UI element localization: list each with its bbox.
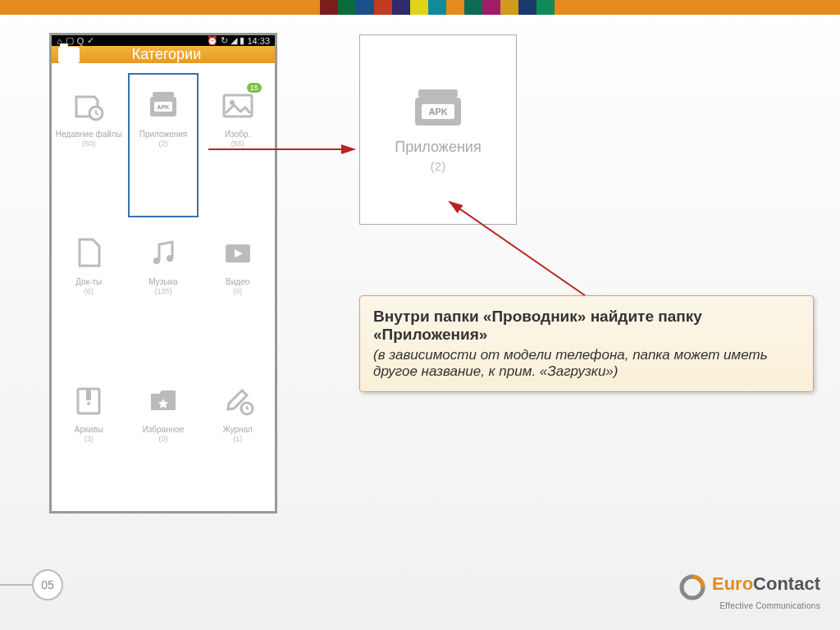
app-bar: Категории [52,46,275,63]
status-bar: ⌂ ▢ Q ✓ ⏰ ↻ ◢ ▮ 14:33 [52,35,275,46]
zoom-label: Приложения [395,139,481,156]
stripe-block [410,0,428,15]
callout-title: Внутри папки «Проводник» найдите папку «… [373,308,800,344]
logo-mark-icon [678,573,706,601]
category-label: Недавние файлы(50) [56,129,122,149]
footer-logo: EuroContact Effective Communications [678,573,820,610]
svg-point-12 [87,402,90,405]
stripe-block [428,0,446,15]
logo-brand-2: Contact [753,573,820,594]
stripe-block [338,0,356,15]
apk-icon: APK [413,86,463,127]
archives-icon [70,383,107,418]
category-images[interactable]: 15Изобр.(55) [200,71,275,219]
stripe-block [446,0,464,15]
category-recent[interactable]: Недавние файлы(50) [52,71,126,219]
category-music[interactable]: Музыка(135) [126,219,201,367]
stripe-block [464,0,482,15]
apps-icon: APK [144,88,182,122]
svg-rect-14 [418,89,458,98]
stripe-block [518,0,536,15]
clock-text: 14:33 [247,36,270,46]
folder-icon [58,47,80,63]
chevron-icon: ✓ [87,35,94,46]
svg-rect-1 [153,92,174,97]
stripe-block [356,0,374,15]
zoom-detail: APK Приложения (2) [359,34,517,225]
category-video[interactable]: Видео(0) [200,219,275,367]
svg-text:APK: APK [158,104,170,110]
category-label: Архивы(3) [75,424,103,445]
stripe-block [500,0,518,15]
video-icon [219,235,257,270]
category-label: Приложения(2) [139,129,188,149]
stripe-block [374,0,392,15]
category-archives[interactable]: Архивы(3) [52,367,126,514]
category-label: Видео(0) [226,276,249,297]
sync-icon: ↻ [221,35,228,46]
log-icon [219,383,257,418]
category-favorites[interactable]: Избранное(0) [126,367,201,514]
category-grid: Недавние файлы(50)APKПриложения(2)15Изоб… [52,63,275,523]
signal-icon: ◢ [231,35,237,46]
phone-screenshot: ⌂ ▢ Q ✓ ⏰ ↻ ◢ ▮ 14:33 Категории Недавние… [49,33,277,514]
page-number: 05 [0,569,63,600]
category-label: Изобр.(55) [225,129,250,149]
category-docs[interactable]: Док-ты(6) [52,219,126,367]
search-icon: Q [77,36,84,46]
instruction-callout: Внутри папки «Проводник» найдите папку «… [359,295,814,392]
recent-icon [70,88,107,122]
favorites-icon [144,383,182,418]
svg-rect-5 [224,95,252,116]
zoom-count: (2) [431,159,445,173]
stripe-block [392,0,410,15]
music-icon [144,235,182,270]
category-label: Журнал(1) [222,424,253,445]
badge: 15 [247,83,262,93]
stripe-block [320,0,338,15]
logo-brand-1: Euro [712,573,753,594]
category-label: Музыка(135) [148,276,177,297]
page-number-value: 05 [32,569,63,600]
images-icon: 15 [219,88,257,122]
svg-text:APK: APK [428,107,447,116]
logo-tagline: Effective Communications [678,601,820,610]
alarm-icon: ⏰ [207,35,218,46]
category-label: Избранное(0) [143,424,185,445]
callout-subtitle: (в зависимости от модели телефона, папка… [373,347,800,380]
stripe-block [482,0,500,15]
svg-point-8 [167,255,173,262]
app-bar-title: Категории [86,46,247,63]
category-label: Док-ты(6) [75,276,102,297]
stripe-block [536,0,555,15]
docs-icon [70,235,107,270]
svg-rect-11 [86,389,91,400]
svg-point-7 [153,258,160,264]
category-apps[interactable]: APKПриложения(2) [126,71,201,219]
battery-icon: ▮ [240,35,244,46]
category-log[interactable]: Журнал(1) [200,367,275,514]
